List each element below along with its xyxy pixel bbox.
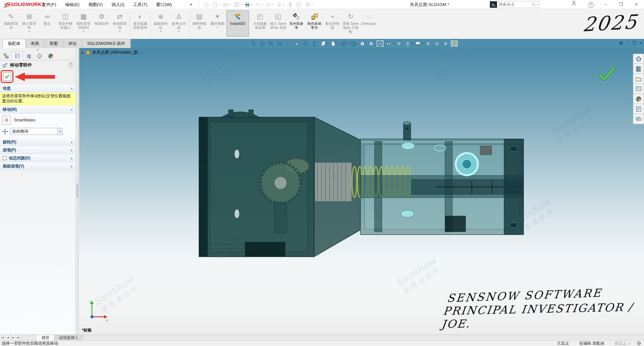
menu-edit[interactable]: 编辑(E) xyxy=(61,0,84,9)
linear-component-pattern-button[interactable]: ▦线性零部件阵列▾ xyxy=(75,10,93,37)
menu-view[interactable]: 视图(V) xyxy=(84,0,107,9)
menu-file[interactable]: 文件(F) xyxy=(38,0,61,9)
zoom-in-out-button[interactable] xyxy=(266,40,275,47)
doc-minimize-icon[interactable]: − xyxy=(626,40,629,47)
instant3d-button[interactable]: Instant3D xyxy=(227,10,249,37)
chevron-down-icon[interactable]: ▾ xyxy=(57,128,62,135)
drag-mode-select[interactable]: 自由拖动 ▾ xyxy=(10,128,62,135)
file-explorer-button[interactable] xyxy=(633,74,644,84)
select-button[interactable]: ▾ xyxy=(275,1,286,9)
zoom-to-fit-button[interactable] xyxy=(249,40,257,47)
make-multibody-part-button[interactable]: 制作多体零件 xyxy=(305,10,324,37)
selection-filter-button[interactable] xyxy=(286,1,295,9)
ok-button[interactable] xyxy=(3,72,11,81)
motion-study-tab[interactable]: 运动算例 1 xyxy=(54,335,83,340)
panel-splitter-handle[interactable] xyxy=(0,48,76,51)
expand-tree-icon[interactable]: ▸ xyxy=(82,51,84,54)
tab-assembly[interactable]: 装配体 xyxy=(3,39,26,48)
custom-properties-button[interactable] xyxy=(633,104,644,114)
dimxpertmanager-tab[interactable] xyxy=(34,52,45,60)
display-shaded-edges-button[interactable] xyxy=(367,40,376,47)
bill-of-materials-button[interactable]: ▤材料明细表 xyxy=(190,10,208,37)
close-button[interactable]: × xyxy=(629,0,644,9)
normal-to-button[interactable] xyxy=(310,40,318,47)
draft-quality-button[interactable] xyxy=(433,40,441,47)
help-icon[interactable]: ? xyxy=(584,0,598,9)
pan-button[interactable] xyxy=(258,40,266,47)
panel-viewport-splitter[interactable] xyxy=(76,48,79,335)
command-search[interactable]: 搜索命令 ▾ xyxy=(490,1,540,8)
save-button[interactable]: ▾ xyxy=(232,1,243,9)
appearances-scenes-button[interactable] xyxy=(633,94,644,104)
large-assembly-settings-button[interactable]: ◰大型装配体设置 xyxy=(251,10,269,37)
edit-component-button[interactable]: ✎编辑零部件 xyxy=(2,10,20,37)
hide-show-items-button[interactable] xyxy=(385,40,393,47)
ambient-occlusion-button[interactable] xyxy=(441,40,450,47)
prev-tab-button[interactable]: ◀ xyxy=(5,335,11,340)
redo-button[interactable]: ▾ xyxy=(264,1,275,9)
units-dropdown-icon[interactable]: ▲ xyxy=(628,342,631,345)
section-move-header[interactable]: 移动(M) ∧ xyxy=(0,105,76,113)
chevron-down-icon[interactable]: ▾ xyxy=(422,42,424,45)
chevron-down-icon[interactable]: ▾ xyxy=(412,42,413,45)
view-palette-button[interactable] xyxy=(633,84,644,94)
search-dropdown-icon[interactable]: ▾ xyxy=(536,3,540,6)
dynamic-clearance-checkbox[interactable] xyxy=(3,156,7,160)
zoom-to-area-button[interactable] xyxy=(275,40,284,47)
design-library-button[interactable] xyxy=(633,64,644,74)
chevron-down-icon[interactable]: ▾ xyxy=(338,42,339,45)
section-dynamic-clearance-header[interactable]: 动态间隙(D) ∨ xyxy=(0,154,76,162)
insert-components-button[interactable]: ⊞插入零部件▾ xyxy=(20,10,38,37)
rotate-view-button[interactable] xyxy=(301,40,310,47)
first-tab-button[interactable]: |◀ xyxy=(0,335,5,340)
propertymanager-tab[interactable] xyxy=(12,52,23,60)
edit-appearance-button[interactable] xyxy=(395,40,403,47)
tab-sketch[interactable]: 草图 xyxy=(45,39,63,48)
minimize-button[interactable]: − xyxy=(598,0,613,9)
section-info-header[interactable]: 信息 ∧ xyxy=(0,84,76,92)
print-button[interactable]: ▾ xyxy=(243,1,254,9)
open-button[interactable]: ▾ xyxy=(221,1,232,9)
options-button[interactable]: ▾ xyxy=(303,1,314,9)
display-shaded-button[interactable] xyxy=(376,40,384,47)
doc-restore-icon[interactable]: ❐ xyxy=(632,40,636,47)
featuremanager-tab[interactable] xyxy=(1,52,12,60)
smart-fasteners-button[interactable]: ⚙智能扣件 xyxy=(93,10,111,37)
menu-window[interactable]: 窗口(W) xyxy=(152,0,176,9)
doc-close-icon[interactable]: × xyxy=(639,40,642,47)
previous-view-button[interactable] xyxy=(284,40,292,47)
chevron-down-icon[interactable]: ▾ xyxy=(327,42,329,45)
view-settings-button[interactable] xyxy=(414,40,422,47)
properties-button[interactable] xyxy=(295,1,303,9)
breadcrumb[interactable]: ▸ 夹具总图 (AltPosition_默... xyxy=(82,50,142,55)
assembly-features-button[interactable]: ⊕装配体特征▾ xyxy=(152,10,170,37)
graphics-area[interactable]: ▸ 夹具总图 (AltPosition_默... xyxy=(79,48,644,335)
menu-insert[interactable]: 插入(I) xyxy=(107,0,129,9)
configurationmanager-tab[interactable] xyxy=(23,52,34,60)
move-component-button[interactable]: ⇄移动零部件▾ xyxy=(111,10,129,37)
displaymanager-tab[interactable] xyxy=(45,52,56,60)
help-icon[interactable]: ? xyxy=(68,62,73,67)
model-tab[interactable]: 模型 xyxy=(37,335,54,340)
web-help-icon[interactable] xyxy=(637,341,641,346)
tab-layout[interactable]: 布局 xyxy=(26,39,44,48)
smartmates-button[interactable] xyxy=(2,116,11,125)
next-tab-button[interactable]: ▶ xyxy=(11,335,16,340)
display-hidden-lines-button[interactable] xyxy=(358,40,367,47)
solidworks-forum-button[interactable] xyxy=(633,114,644,124)
performance-evaluation-button[interactable] xyxy=(450,40,458,47)
assembly-model[interactable] xyxy=(180,105,599,320)
defeature-button[interactable]: ◌Defeature xyxy=(360,10,378,37)
show-hidden-components-button[interactable]: ◐显示隐藏的零部件 xyxy=(131,10,149,37)
mate-controller-button[interactable]: ⌁配合控制器 xyxy=(324,10,342,37)
chevron-down-icon[interactable]: ∨ xyxy=(70,140,73,144)
chevron-down-icon[interactable]: ▾ xyxy=(348,42,349,45)
mate-button[interactable]: ∞配合 xyxy=(38,10,56,37)
display-style-button[interactable] xyxy=(339,40,348,47)
undo-button[interactable]: ▾ xyxy=(254,1,264,9)
no-external-references-button[interactable]: 无外部参考 xyxy=(287,10,305,37)
insert-speedpak-button[interactable]: ◱插入 SpeedPak 实例 xyxy=(269,10,287,37)
last-tab-button[interactable]: ▶| xyxy=(16,335,21,340)
section-rotate-header[interactable]: 旋转(R) ∨ xyxy=(0,138,76,146)
confirm-corner-check-icon[interactable] xyxy=(598,66,616,82)
